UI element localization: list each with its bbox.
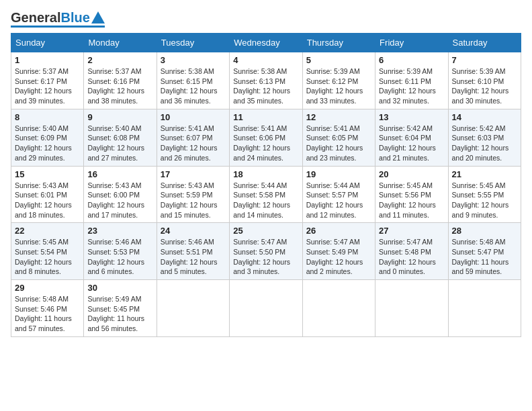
day-info: Sunrise: 5:46 AM Sunset: 5:51 PM Dayligh…: [161, 237, 226, 277]
day-number: 2: [87, 55, 152, 65]
day-number: 28: [452, 226, 517, 236]
day-number: 9: [87, 112, 152, 122]
calendar-cell: 2 Sunrise: 5:37 AM Sunset: 6:16 PM Dayli…: [84, 52, 157, 109]
calendar-cell: [448, 280, 521, 337]
calendar-cell: 16 Sunrise: 5:43 AM Sunset: 6:00 PM Dayl…: [84, 166, 157, 223]
calendar-cell: 22 Sunrise: 5:45 AM Sunset: 5:54 PM Dayl…: [11, 223, 84, 280]
day-info: Sunrise: 5:40 AM Sunset: 6:09 PM Dayligh…: [15, 124, 80, 163]
day-info: Sunrise: 5:38 AM Sunset: 6:13 PM Dayligh…: [233, 66, 298, 106]
day-info: Sunrise: 5:39 AM Sunset: 6:10 PM Dayligh…: [452, 66, 517, 106]
day-info: Sunrise: 5:47 AM Sunset: 5:48 PM Dayligh…: [379, 237, 444, 277]
calendar-cell: 14 Sunrise: 5:42 AM Sunset: 6:03 PM Dayl…: [448, 109, 521, 166]
day-number: 24: [161, 226, 226, 236]
calendar-cell: 5 Sunrise: 5:39 AM Sunset: 6:12 PM Dayli…: [302, 52, 375, 109]
day-header-thursday: Thursday: [302, 34, 375, 52]
day-info: Sunrise: 5:43 AM Sunset: 6:01 PM Dayligh…: [15, 181, 80, 220]
day-info: Sunrise: 5:40 AM Sunset: 6:08 PM Dayligh…: [87, 124, 152, 163]
day-number: 6: [379, 55, 444, 65]
calendar-cell: 24 Sunrise: 5:46 AM Sunset: 5:51 PM Dayl…: [157, 223, 229, 280]
day-info: Sunrise: 5:48 AM Sunset: 5:47 PM Dayligh…: [452, 237, 517, 277]
day-header-tuesday: Tuesday: [157, 34, 229, 52]
day-number: 19: [306, 169, 371, 179]
calendar-cell: 17 Sunrise: 5:43 AM Sunset: 5:59 PM Dayl…: [157, 166, 229, 223]
day-info: Sunrise: 5:37 AM Sunset: 6:17 PM Dayligh…: [15, 66, 80, 106]
calendar-cell: 15 Sunrise: 5:43 AM Sunset: 6:01 PM Dayl…: [11, 166, 84, 223]
day-info: Sunrise: 5:48 AM Sunset: 5:46 PM Dayligh…: [15, 294, 80, 334]
day-number: 5: [306, 55, 371, 65]
day-info: Sunrise: 5:44 AM Sunset: 5:58 PM Dayligh…: [233, 181, 298, 220]
day-header-sunday: Sunday: [11, 34, 84, 52]
day-number: 14: [452, 112, 517, 122]
day-number: 20: [379, 169, 444, 179]
day-info: Sunrise: 5:37 AM Sunset: 6:16 PM Dayligh…: [87, 66, 152, 106]
calendar-cell: 28 Sunrise: 5:48 AM Sunset: 5:47 PM Dayl…: [448, 223, 521, 280]
day-info: Sunrise: 5:44 AM Sunset: 5:57 PM Dayligh…: [306, 181, 371, 220]
calendar-cell: 18 Sunrise: 5:44 AM Sunset: 5:58 PM Dayl…: [230, 166, 302, 223]
day-info: Sunrise: 5:46 AM Sunset: 5:53 PM Dayligh…: [87, 237, 152, 277]
calendar-cell: 7 Sunrise: 5:39 AM Sunset: 6:10 PM Dayli…: [448, 52, 521, 109]
calendar-cell: 9 Sunrise: 5:40 AM Sunset: 6:08 PM Dayli…: [84, 109, 157, 166]
day-info: Sunrise: 5:39 AM Sunset: 6:11 PM Dayligh…: [379, 66, 444, 106]
calendar-week-1: 1 Sunrise: 5:37 AM Sunset: 6:17 PM Dayli…: [11, 52, 521, 109]
day-number: 16: [87, 169, 152, 179]
day-number: 27: [379, 226, 444, 236]
day-info: Sunrise: 5:43 AM Sunset: 6:00 PM Dayligh…: [87, 181, 152, 220]
day-number: 29: [15, 283, 80, 293]
calendar-cell: [375, 280, 448, 337]
logo: GeneralBlue: [11, 11, 105, 28]
day-header-monday: Monday: [84, 34, 157, 52]
day-number: 13: [379, 112, 444, 122]
calendar-cell: 27 Sunrise: 5:47 AM Sunset: 5:48 PM Dayl…: [375, 223, 448, 280]
calendar-cell: 30 Sunrise: 5:49 AM Sunset: 5:45 PM Dayl…: [84, 280, 157, 337]
day-number: 12: [306, 112, 371, 122]
day-number: 18: [233, 169, 298, 179]
day-info: Sunrise: 5:38 AM Sunset: 6:15 PM Dayligh…: [161, 66, 226, 106]
day-number: 4: [233, 55, 298, 65]
day-number: 11: [233, 112, 298, 122]
day-number: 1: [15, 55, 80, 65]
day-number: 3: [161, 55, 226, 65]
day-header-wednesday: Wednesday: [230, 34, 302, 52]
day-number: 25: [233, 226, 298, 236]
day-info: Sunrise: 5:43 AM Sunset: 5:59 PM Dayligh…: [161, 181, 226, 220]
calendar-cell: [157, 280, 229, 337]
day-number: 26: [306, 226, 371, 236]
calendar-week-5: 29 Sunrise: 5:48 AM Sunset: 5:46 PM Dayl…: [11, 280, 521, 337]
day-number: 8: [15, 112, 80, 122]
calendar-cell: 10 Sunrise: 5:41 AM Sunset: 6:07 PM Dayl…: [157, 109, 229, 166]
calendar-cell: 25 Sunrise: 5:47 AM Sunset: 5:50 PM Dayl…: [230, 223, 302, 280]
day-info: Sunrise: 5:47 AM Sunset: 5:49 PM Dayligh…: [306, 237, 371, 277]
calendar-cell: [302, 280, 375, 337]
day-info: Sunrise: 5:41 AM Sunset: 6:07 PM Dayligh…: [161, 124, 226, 163]
day-number: 17: [161, 169, 226, 179]
day-number: 22: [15, 226, 80, 236]
day-info: Sunrise: 5:45 AM Sunset: 5:55 PM Dayligh…: [452, 181, 517, 220]
calendar-cell: 21 Sunrise: 5:45 AM Sunset: 5:55 PM Dayl…: [448, 166, 521, 223]
logo-text: GeneralBlue: [11, 11, 90, 24]
calendar-week-4: 22 Sunrise: 5:45 AM Sunset: 5:54 PM Dayl…: [11, 223, 521, 280]
calendar-header-row: SundayMondayTuesdayWednesdayThursdayFrid…: [11, 34, 521, 52]
day-number: 15: [15, 169, 80, 179]
calendar-cell: 6 Sunrise: 5:39 AM Sunset: 6:11 PM Dayli…: [375, 52, 448, 109]
calendar-cell: 8 Sunrise: 5:40 AM Sunset: 6:09 PM Dayli…: [11, 109, 84, 166]
calendar-cell: 11 Sunrise: 5:41 AM Sunset: 6:06 PM Dayl…: [230, 109, 302, 166]
calendar-week-2: 8 Sunrise: 5:40 AM Sunset: 6:09 PM Dayli…: [11, 109, 521, 166]
day-header-friday: Friday: [375, 34, 448, 52]
calendar-cell: 19 Sunrise: 5:44 AM Sunset: 5:57 PM Dayl…: [302, 166, 375, 223]
day-info: Sunrise: 5:49 AM Sunset: 5:45 PM Dayligh…: [87, 294, 152, 334]
logo-underline: [11, 26, 105, 28]
day-number: 21: [452, 169, 517, 179]
day-info: Sunrise: 5:42 AM Sunset: 6:04 PM Dayligh…: [379, 124, 444, 163]
day-number: 23: [87, 226, 152, 236]
calendar-cell: 26 Sunrise: 5:47 AM Sunset: 5:49 PM Dayl…: [302, 223, 375, 280]
calendar-cell: [230, 280, 302, 337]
day-number: 10: [161, 112, 226, 122]
day-info: Sunrise: 5:41 AM Sunset: 6:05 PM Dayligh…: [306, 124, 371, 163]
day-info: Sunrise: 5:45 AM Sunset: 5:56 PM Dayligh…: [379, 181, 444, 220]
calendar-week-3: 15 Sunrise: 5:43 AM Sunset: 6:01 PM Dayl…: [11, 166, 521, 223]
page-header: GeneralBlue: [11, 11, 521, 28]
day-info: Sunrise: 5:39 AM Sunset: 6:12 PM Dayligh…: [306, 66, 371, 106]
day-info: Sunrise: 5:47 AM Sunset: 5:50 PM Dayligh…: [233, 237, 298, 277]
day-header-saturday: Saturday: [448, 34, 521, 52]
calendar-cell: 23 Sunrise: 5:46 AM Sunset: 5:53 PM Dayl…: [84, 223, 157, 280]
